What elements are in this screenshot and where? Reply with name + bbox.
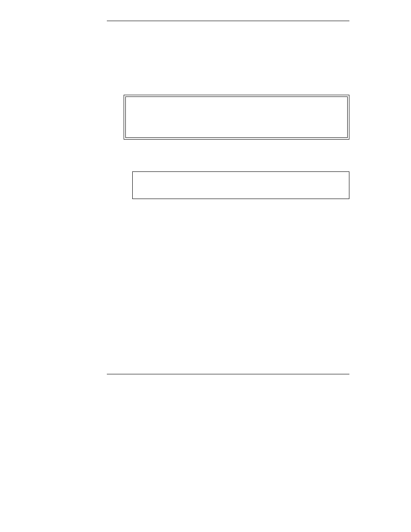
single-bordered-box — [132, 171, 349, 199]
double-bordered-box — [124, 95, 349, 140]
top-rule — [107, 21, 349, 21]
bottom-rule — [107, 374, 349, 374]
document-page — [0, 0, 411, 532]
